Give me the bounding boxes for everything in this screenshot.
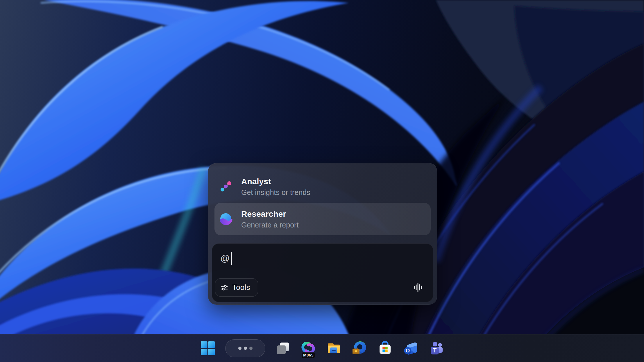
m365-copilot-button[interactable]: M365 (296, 334, 321, 362)
voice-waveform-icon[interactable] (412, 280, 424, 295)
taskbar: M365 (0, 334, 644, 362)
tools-button-label: Tools (232, 283, 250, 292)
sliders-icon (221, 284, 228, 291)
agent-item-researcher[interactable]: Researcher Generate a report (214, 203, 431, 235)
agent-item-analyst[interactable]: Analyst Get insights or trends (214, 171, 431, 202)
microsoft-store-button[interactable] (372, 334, 398, 362)
start-button[interactable] (195, 334, 221, 362)
file-explorer-button[interactable] (321, 334, 347, 362)
tools-button[interactable]: Tools (215, 278, 258, 297)
taskbar-center-group: M365 (195, 334, 449, 362)
outlook-button[interactable]: O (398, 334, 423, 362)
agent-texts: Researcher Generate a report (241, 208, 298, 230)
agent-title: Researcher (241, 208, 298, 220)
agent-list: Analyst Get insights or trends (214, 171, 431, 235)
agent-title: Analyst (241, 176, 310, 187)
analyst-scatter-icon (219, 180, 232, 193)
edge-business-button[interactable] (347, 334, 372, 362)
copilot-search-pill[interactable] (225, 339, 265, 357)
text-caret (231, 252, 232, 265)
task-view-icon (276, 341, 290, 356)
outlook-letter: O (406, 348, 410, 354)
composer-input-box[interactable]: @ Tools (212, 243, 433, 302)
store-bag-icon (378, 341, 392, 356)
teams-letter: T (433, 347, 437, 354)
composer-input-value[interactable]: @ (220, 253, 230, 264)
agent-texts: Analyst Get insights or trends (241, 176, 310, 198)
copilot-agent-flyout: Analyst Get insights or trends (208, 163, 437, 305)
m365-badge: M365 (302, 352, 315, 358)
composer-text[interactable]: @ (220, 252, 232, 265)
edge-briefcase-icon (352, 341, 367, 356)
file-explorer-icon (327, 341, 341, 356)
researcher-sphere-icon (219, 212, 232, 226)
agent-subtitle: Get insights or trends (241, 187, 310, 198)
teams-button[interactable]: T (423, 334, 449, 362)
agent-subtitle: Generate a report (241, 220, 298, 230)
ellipsis-dots-icon (238, 347, 253, 350)
task-view-button[interactable] (270, 334, 296, 362)
windows-start-icon (201, 341, 215, 355)
